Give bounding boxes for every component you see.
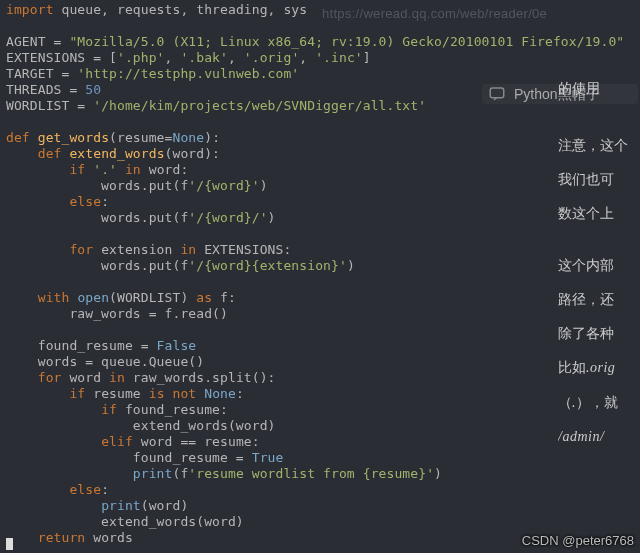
kw-import: import bbox=[6, 2, 54, 17]
reader-banner: Python黑帽子 bbox=[482, 84, 638, 104]
terminal-cursor bbox=[6, 538, 13, 550]
banner-text: Python黑帽子 bbox=[514, 86, 600, 102]
svg-rect-0 bbox=[490, 88, 504, 98]
code-block: import queue, requests, threading, sys A… bbox=[0, 0, 640, 548]
overlay-url: https://weread.qq.com/web/reader/0e bbox=[322, 6, 547, 22]
chat-icon bbox=[488, 85, 506, 103]
watermark: CSDN @peter6768 bbox=[522, 533, 634, 549]
